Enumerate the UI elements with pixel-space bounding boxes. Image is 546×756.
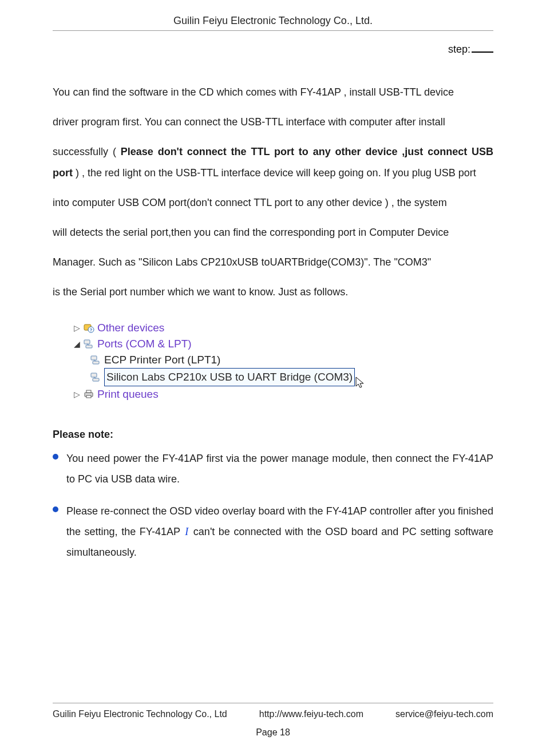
section-step-text: step: — [448, 43, 470, 56]
dm-print-queues-label: Print queues — [97, 386, 159, 402]
section-step-marker: step: — [53, 43, 493, 56]
dm-bridge-row[interactable]: Silicon Labs CP210x USB to UART Bridge (… — [73, 368, 493, 386]
svg-text:?: ? — [90, 327, 93, 333]
svg-rect-11 — [86, 395, 91, 398]
other-devices-icon: ? — [82, 322, 95, 334]
bullet-dot-icon — [53, 454, 58, 460]
dm-other-devices-row[interactable]: ▷ ? Other devices — [73, 320, 493, 336]
note-2-text: Please re-connect the OSD video overlay … — [66, 501, 493, 563]
svg-rect-7 — [91, 373, 97, 377]
svg-rect-3 — [84, 340, 90, 344]
svg-rect-5 — [91, 356, 97, 360]
svg-rect-10 — [86, 390, 91, 393]
footer-url: http://www.feiyu-tech.com — [259, 709, 363, 719]
svg-rect-8 — [93, 378, 99, 381]
ports-icon — [82, 338, 95, 350]
notes-section: Please note: You need power the FY-41AP … — [53, 424, 493, 563]
printer-icon — [82, 389, 95, 400]
svg-rect-6 — [93, 361, 99, 364]
para-3: into computer USB COM port(don't connect… — [53, 192, 493, 214]
bullet-dot-icon — [53, 506, 58, 512]
para-2-after: ) , the red light on the USB-TTL interfa… — [76, 167, 476, 179]
note-1-text: You need power the FY-41AP first via the… — [66, 448, 493, 489]
para-4: will detects the serial port,then you ca… — [53, 222, 493, 244]
dm-ports-label: Ports (COM & LPT) — [97, 336, 192, 352]
note-bullet-1: You need power the FY-41AP first via the… — [53, 448, 493, 489]
para-2: successfully ( Please don't connect the … — [53, 141, 493, 185]
page-footer: Guilin Feiyu Electronic Technology Co., … — [53, 703, 493, 738]
para-1: driver program first. You can connect th… — [53, 112, 493, 133]
tree-collapsed-icon[interactable]: ▷ — [73, 320, 80, 336]
dm-other-devices-label: Other devices — [97, 320, 164, 336]
device-manager-snippet: ▷ ? Other devices ◢ Ports (COM & LPT) — [73, 320, 493, 402]
inline-italic-i: I — [184, 526, 189, 537]
dm-ecp-row[interactable]: ECP Printer Port (LPT1) — [73, 352, 493, 368]
para-2-before: successfully ( — [53, 146, 121, 157]
body-text: You can find the software in the CD whic… — [53, 82, 493, 303]
section-step-underline — [472, 52, 493, 53]
para-6: is the Serial port number which we want … — [53, 282, 493, 303]
footer-email: service@feiyu-tech.com — [395, 709, 493, 719]
footer-page-number: Page 18 — [53, 727, 493, 738]
header-rule — [53, 30, 493, 31]
footer-rule — [53, 703, 493, 703]
dm-bridge-label: Silicon Labs CP210x USB to UART Bridge (… — [104, 368, 355, 386]
footer-company: Guilin Feiyu Electronic Technology Co., … — [53, 709, 227, 719]
tree-expanded-icon[interactable]: ◢ — [73, 336, 80, 352]
para-5: Manager. Such as "Silicon Labs CP210xUSB… — [53, 252, 493, 274]
notes-title: Please note: — [53, 429, 113, 440]
dm-print-queues-row[interactable]: ▷ Print queues — [73, 386, 493, 402]
page-header-company: Guilin Feiyu Electronic Technology Co., … — [173, 15, 373, 26]
dm-ecp-label: ECP Printer Port (LPT1) — [104, 352, 220, 368]
note-bullet-2: Please re-connect the OSD video overlay … — [53, 501, 493, 563]
port-icon — [89, 354, 102, 366]
port-icon — [89, 371, 102, 383]
tree-collapsed-icon[interactable]: ▷ — [73, 386, 80, 402]
svg-rect-4 — [86, 345, 92, 348]
dm-ports-row[interactable]: ◢ Ports (COM & LPT) — [73, 336, 493, 352]
para-0: You can find the software in the CD whic… — [53, 82, 493, 104]
